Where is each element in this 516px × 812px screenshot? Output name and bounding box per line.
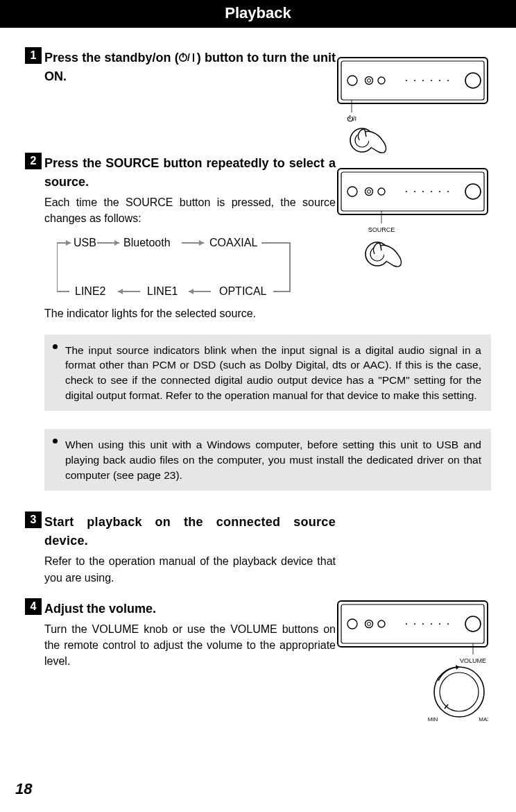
step-1-heading-a: Press the standby/on ( [44, 51, 179, 65]
step-number-3: 3 [25, 511, 42, 528]
svg-point-28 [422, 191, 423, 192]
bullet-icon [53, 439, 58, 443]
svg-rect-21 [341, 172, 484, 211]
step-4-heading: Adjust the volume. [44, 600, 336, 618]
svg-point-13 [431, 80, 431, 81]
step-number-4: 4 [25, 598, 42, 615]
min-label: MIN [428, 716, 438, 722]
step-2-body-1: Each time the SOURCE button is pressed, … [44, 194, 336, 226]
svg-text:/: / [187, 52, 190, 63]
svg-point-30 [439, 191, 440, 192]
step-1-heading: Press the standby/on (/) button to turn … [44, 49, 336, 86]
source-cycle-diagram: USB Bluetooth COAXIAL OPTICAL LINE1 LINE… [57, 236, 300, 298]
step-2-heading: Press the SOURCE button repeatedly to se… [44, 154, 336, 192]
svg-point-12 [422, 80, 423, 81]
volume-label: VOLUME [460, 657, 486, 664]
note-box-2: When using this unit with a Windows comp… [44, 429, 491, 491]
svg-point-44 [422, 623, 423, 624]
svg-point-15 [447, 80, 448, 81]
step-3: 3 Start playback on the connected source… [44, 511, 491, 585]
svg-point-46 [439, 623, 440, 624]
step-3-heading: Start playback on the connected source d… [44, 513, 336, 550]
cycle-usb: USB [74, 237, 96, 249]
page-title: Playback [225, 4, 291, 22]
svg-point-14 [439, 80, 440, 81]
svg-rect-37 [341, 604, 484, 643]
page-number: 18 [15, 780, 32, 798]
svg-point-45 [431, 623, 431, 624]
step-4-body: Turn the VOLUME knob or use the VOLUME b… [44, 621, 336, 670]
svg-point-27 [414, 191, 415, 192]
cycle-line1: LINE1 [147, 285, 178, 298]
svg-point-11 [414, 80, 415, 81]
cycle-optical: OPTICAL [219, 285, 266, 298]
cycle-bluetooth: Bluetooth [123, 237, 171, 249]
svg-point-26 [406, 191, 406, 192]
page-header: Playback [0, 0, 516, 28]
svg-point-31 [447, 191, 448, 192]
step-3-body: Refer to the operation manual of the pla… [44, 553, 336, 585]
illustration-source: SOURCE [337, 168, 488, 271]
svg-point-47 [447, 623, 448, 624]
bullet-icon [53, 344, 58, 349]
source-label: SOURCE [368, 226, 395, 233]
step-2-body-2: The indicator lights for the selected so… [44, 305, 336, 321]
note-2-text: When using this unit with a Windows comp… [65, 439, 481, 480]
svg-point-42 [406, 623, 406, 624]
step-number-2: 2 [25, 153, 42, 169]
illustration-standby: ⏻/I [337, 57, 488, 154]
svg-point-43 [414, 623, 415, 624]
power-icon: / [179, 52, 197, 63]
svg-point-29 [431, 191, 431, 192]
note-box-1: The input source indicators blink when t… [44, 335, 491, 412]
max-label: MAX [479, 716, 488, 722]
standby-label: ⏻/I [347, 115, 356, 122]
cycle-coaxial: COAXIAL [209, 237, 257, 249]
svg-point-10 [406, 80, 406, 81]
illustration-volume: VOLUME MIN MAX [337, 600, 488, 722]
note-1-text: The input source indicators blink when t… [65, 344, 481, 401]
svg-point-51 [440, 673, 479, 711]
step-number-1: 1 [25, 47, 42, 64]
svg-rect-5 [341, 61, 484, 100]
cycle-line2: LINE2 [75, 285, 105, 298]
